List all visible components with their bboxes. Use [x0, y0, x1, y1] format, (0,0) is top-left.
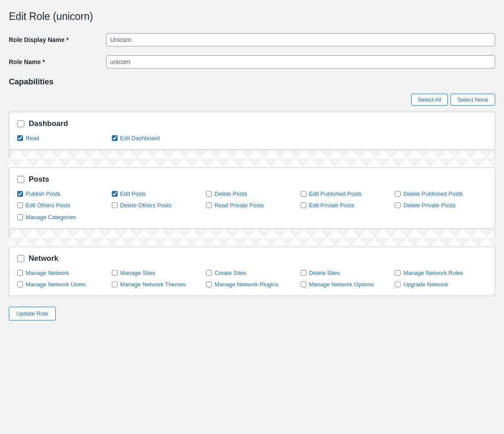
section-checkbox-network[interactable]	[17, 255, 24, 262]
update-role-button[interactable]: Update Role	[9, 307, 56, 320]
cap-checkbox-read_private_posts[interactable]	[206, 202, 212, 208]
cap-item-edit_posts: Edit Posts	[112, 190, 204, 198]
cap-item-upgrade_network: Upgrade Network	[395, 281, 487, 289]
page-title: Edit Role (unicorn)	[9, 11, 495, 23]
section-posts: PostsPublish PostsEdit PostsDelete Posts…	[9, 168, 495, 229]
cap-label-manage_sites[interactable]: Manage Sites	[120, 269, 156, 277]
cap-item-manage_network_users: Manage Network Users	[17, 281, 109, 289]
cap-item-edit_private_posts: Edit Private Posts	[301, 202, 393, 209]
cap-item-manage_network_options: Manage Network Options	[301, 281, 393, 289]
cap-checkbox-edit_private_posts[interactable]	[301, 202, 306, 208]
cap-checkbox-read[interactable]	[17, 135, 23, 141]
cap-label-manage_network[interactable]: Manage Network	[26, 269, 69, 277]
cap-label-manage_categories[interactable]: Manage Categories	[26, 213, 76, 221]
cap-item-delete_private_posts: Delete Private Posts	[395, 202, 487, 209]
cap-checkbox-edit_dashboard[interactable]	[112, 135, 118, 141]
cap-item-delete_posts: Delete Posts	[206, 190, 298, 198]
cap-item-manage_network_themes: Manage Network Themes	[112, 281, 204, 289]
cap-item-read_private_posts: Read Private Posts	[206, 202, 298, 209]
capability-sections: DashboardReadEdit Dashboard PostsPublish…	[9, 112, 495, 296]
cap-label-manage_network_themes[interactable]: Manage Network Themes	[120, 281, 186, 289]
cap-item-delete_others_posts: Delete Others Posts	[112, 202, 204, 209]
cap-label-manage_network_roles[interactable]: Manage Network Roles	[403, 269, 463, 277]
section-checkbox-posts[interactable]	[17, 176, 24, 183]
cap-label-edit_posts[interactable]: Edit Posts	[120, 190, 146, 198]
capabilities-title: Capabilities	[9, 77, 495, 87]
cap-checkbox-edit_posts[interactable]	[112, 191, 118, 197]
capabilities-grid-network: Manage NetworkManage SitesCreate SitesDe…	[17, 269, 487, 289]
role-display-name-input[interactable]	[106, 33, 495, 46]
cap-item-edit_dashboard: Edit Dashboard	[112, 134, 204, 142]
role-display-name-label: Role Display Name *	[9, 36, 106, 43]
cap-item-edit_published_posts: Edit Published Posts	[301, 190, 393, 198]
cap-item-manage_sites: Manage Sites	[112, 269, 204, 277]
cap-item-manage_network: Manage Network	[17, 269, 109, 277]
cap-checkbox-manage_network[interactable]	[17, 270, 23, 276]
cap-checkbox-delete_posts[interactable]	[206, 191, 212, 197]
cap-label-delete_posts[interactable]: Delete Posts	[214, 190, 247, 198]
cap-checkbox-manage_categories[interactable]	[17, 214, 23, 220]
section-dashboard: DashboardReadEdit Dashboard	[9, 112, 495, 150]
cap-checkbox-delete_private_posts[interactable]	[395, 202, 401, 208]
cap-label-delete_sites[interactable]: Delete Sites	[309, 269, 340, 277]
cap-checkbox-edit_others_posts[interactable]	[17, 202, 23, 208]
cap-checkbox-upgrade_network[interactable]	[395, 282, 401, 287]
cap-label-edit_published_posts[interactable]: Edit Published Posts	[309, 190, 362, 198]
role-name-row: Role Name *	[9, 55, 495, 69]
cap-label-edit_dashboard[interactable]: Edit Dashboard	[120, 134, 160, 142]
cap-label-create_sites[interactable]: Create Sites	[214, 269, 246, 277]
capabilities-grid-posts: Publish PostsEdit PostsDelete PostsEdit …	[17, 190, 487, 221]
cap-item-create_sites: Create Sites	[206, 269, 298, 277]
cap-label-manage_network_users[interactable]: Manage Network Users	[26, 281, 86, 289]
select-all-button[interactable]: Select All	[411, 94, 448, 106]
cap-label-edit_others_posts[interactable]: Edit Others Posts	[26, 202, 70, 209]
section-checkbox-dashboard[interactable]	[17, 120, 24, 127]
cap-label-read_private_posts[interactable]: Read Private Posts	[214, 202, 263, 209]
cap-label-delete_published_posts[interactable]: Delete Published Posts	[403, 190, 462, 198]
cap-item-manage_network_roles: Manage Network Roles	[395, 269, 487, 277]
cap-checkbox-create_sites[interactable]	[206, 270, 212, 276]
cap-checkbox-publish_posts[interactable]	[17, 191, 23, 197]
cap-checkbox-manage_network_options[interactable]	[301, 282, 306, 287]
cap-item-manage_categories: Manage Categories	[17, 213, 109, 221]
cap-label-read[interactable]: Read	[26, 134, 39, 142]
role-name-input[interactable]	[106, 55, 495, 69]
cap-checkbox-manage_network_users[interactable]	[17, 282, 23, 287]
cap-checkbox-manage_sites[interactable]	[112, 270, 118, 276]
section-header-dashboard: Dashboard	[17, 119, 487, 128]
section-header-network: Network	[17, 254, 487, 263]
cap-label-publish_posts[interactable]: Publish Posts	[26, 190, 61, 198]
cap-item-delete_sites: Delete Sites	[301, 269, 393, 277]
cap-item-edit_others_posts: Edit Others Posts	[17, 202, 109, 209]
cap-checkbox-delete_sites[interactable]	[301, 270, 306, 276]
cap-label-upgrade_network[interactable]: Upgrade Network	[403, 281, 448, 289]
role-name-label: Role Name *	[9, 58, 106, 65]
cap-checkbox-edit_published_posts[interactable]	[301, 191, 306, 197]
select-none-button[interactable]: Select None	[451, 94, 495, 106]
cap-label-delete_others_posts[interactable]: Delete Others Posts	[120, 202, 172, 209]
cap-label-manage_network_options[interactable]: Manage Network Options	[309, 281, 374, 289]
select-buttons-bar: Select All Select None	[9, 94, 495, 106]
cap-item-manage_network_plugins: Manage Network Plugins	[206, 281, 298, 289]
cap-label-manage_network_plugins[interactable]: Manage Network Plugins	[214, 281, 279, 289]
cap-checkbox-delete_published_posts[interactable]	[395, 191, 401, 197]
role-display-name-row: Role Display Name *	[9, 33, 495, 46]
section-title-network: Network	[29, 254, 58, 263]
section-title-dashboard: Dashboard	[29, 119, 68, 128]
section-header-posts: Posts	[17, 175, 487, 184]
cap-checkbox-delete_others_posts[interactable]	[112, 202, 118, 208]
cap-label-edit_private_posts[interactable]: Edit Private Posts	[309, 202, 355, 209]
cap-item-publish_posts: Publish Posts	[17, 190, 109, 198]
cap-item-delete_published_posts: Delete Published Posts	[395, 190, 487, 198]
cap-checkbox-manage_network_themes[interactable]	[112, 282, 118, 287]
cap-checkbox-manage_network_roles[interactable]	[395, 270, 401, 276]
cap-checkbox-manage_network_plugins[interactable]	[206, 282, 212, 287]
section-title-posts: Posts	[29, 175, 49, 184]
cap-item-read: Read	[17, 134, 109, 142]
cap-label-delete_private_posts[interactable]: Delete Private Posts	[403, 202, 455, 209]
capabilities-grid-dashboard: ReadEdit Dashboard	[17, 134, 487, 142]
section-network: NetworkManage NetworkManage SitesCreate …	[9, 247, 495, 296]
